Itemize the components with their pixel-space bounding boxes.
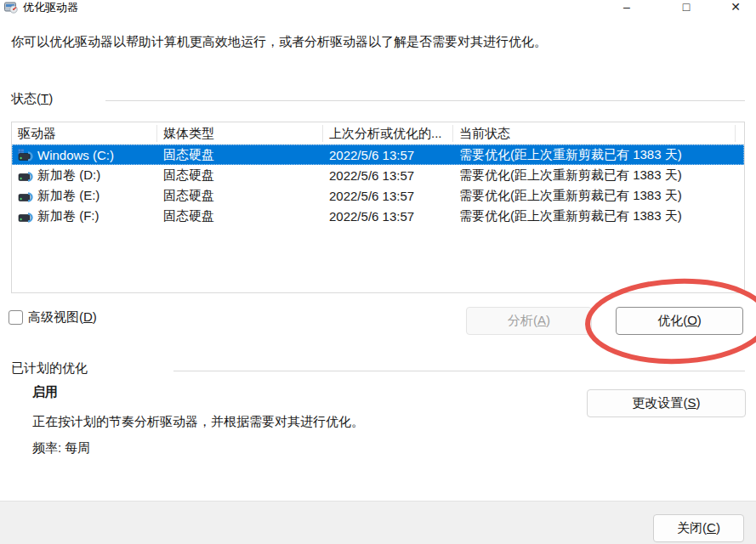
status-section-label: 状态(T) xyxy=(11,91,53,107)
analyze-button[interactable]: 分析(A) xyxy=(466,307,592,335)
scheduled-description: 正在按计划的节奏分析驱动器，并根据需要对其进行优化。 xyxy=(32,414,364,430)
scheduled-section-divider xyxy=(173,371,745,371)
drive-media-type: 固态硬盘 xyxy=(157,147,323,163)
drive-media-type: 固态硬盘 xyxy=(157,208,323,224)
column-header-filler xyxy=(736,125,743,142)
drive-list-header[interactable]: 驱动器 媒体类型 上次分析或优化的... 当前状态 xyxy=(12,122,744,144)
change-settings-button[interactable]: 更改设置(S) xyxy=(587,389,746,417)
drive-name: Windows (C:) xyxy=(37,148,114,162)
column-header-media-type[interactable]: 媒体类型 xyxy=(157,125,323,142)
window-title: 优化驱动器 xyxy=(23,0,78,14)
table-row[interactable]: Windows (C:) 固态硬盘 2022/5/6 13:57 需要优化(距上… xyxy=(12,144,744,165)
drive-name: 新加卷 (F:) xyxy=(37,208,99,224)
minimize-button[interactable]: – xyxy=(614,0,639,14)
drive-media-type: 固态硬盘 xyxy=(157,167,323,184)
table-row[interactable]: 新加卷 (D:) 固态硬盘 2022/5/6 13:57 需要优化(距上次重新剪… xyxy=(12,165,744,185)
drive-last-run: 2022/5/6 13:57 xyxy=(323,168,453,183)
drive-last-run: 2022/5/6 13:57 xyxy=(323,189,453,203)
dialog-description: 你可以优化驱动器以帮助计算机更高效地运行，或者分析驱动器以了解是否需要对其进行优… xyxy=(11,34,744,50)
scheduled-state: 启用 xyxy=(32,384,58,400)
scheduled-frequency: 频率: 每周 xyxy=(32,440,90,456)
scheduled-section-label: 已计划的优化 xyxy=(11,360,88,377)
column-header-drive[interactable]: 驱动器 xyxy=(12,125,157,142)
drive-icon xyxy=(18,169,34,182)
drive-icon xyxy=(18,210,34,223)
title-bar: 优化驱动器 – □ ✕ xyxy=(0,0,756,14)
drive-status: 需要优化(距上次重新剪裁已有 1383 天) xyxy=(453,147,736,163)
table-row[interactable]: 新加卷 (E:) 固态硬盘 2022/5/6 13:57 需要优化(距上次重新剪… xyxy=(12,185,744,206)
drive-status: 需要优化(距上次重新剪裁已有 1383 天) xyxy=(453,208,736,224)
maximize-button[interactable]: □ xyxy=(674,0,699,14)
drive-name: 新加卷 (D:) xyxy=(37,167,100,184)
drive-media-type: 固态硬盘 xyxy=(157,188,323,204)
table-row[interactable]: 新加卷 (F:) 固态硬盘 2022/5/6 13:57 需要优化(距上次重新剪… xyxy=(12,206,744,226)
advanced-view-checkbox[interactable] xyxy=(9,310,23,325)
drive-status: 需要优化(距上次重新剪裁已有 1383 天) xyxy=(453,188,736,204)
drive-status: 需要优化(距上次重新剪裁已有 1383 天) xyxy=(453,167,736,184)
advanced-view-label: 高级视图(D) xyxy=(28,309,97,326)
app-icon xyxy=(4,0,18,14)
status-section-divider xyxy=(105,100,745,101)
optimize-button[interactable]: 优化(O) xyxy=(616,307,743,335)
drive-icon xyxy=(18,190,34,202)
column-header-current-status[interactable]: 当前状态 xyxy=(453,125,736,142)
drive-name: 新加卷 (E:) xyxy=(37,188,99,204)
close-window-button[interactable]: ✕ xyxy=(723,0,748,14)
advanced-view-option[interactable]: 高级视图(D) xyxy=(9,309,97,326)
drive-last-run: 2022/5/6 13:57 xyxy=(323,209,453,224)
drive-icon xyxy=(18,149,34,162)
dialog-footer xyxy=(0,501,756,544)
column-header-last-run[interactable]: 上次分析或优化的... xyxy=(323,125,453,142)
close-button[interactable]: 关闭(C) xyxy=(653,514,744,542)
drive-list[interactable]: 驱动器 媒体类型 上次分析或优化的... 当前状态 Windows (C:) 固… xyxy=(11,122,745,293)
drive-last-run: 2022/5/6 13:57 xyxy=(323,148,453,162)
